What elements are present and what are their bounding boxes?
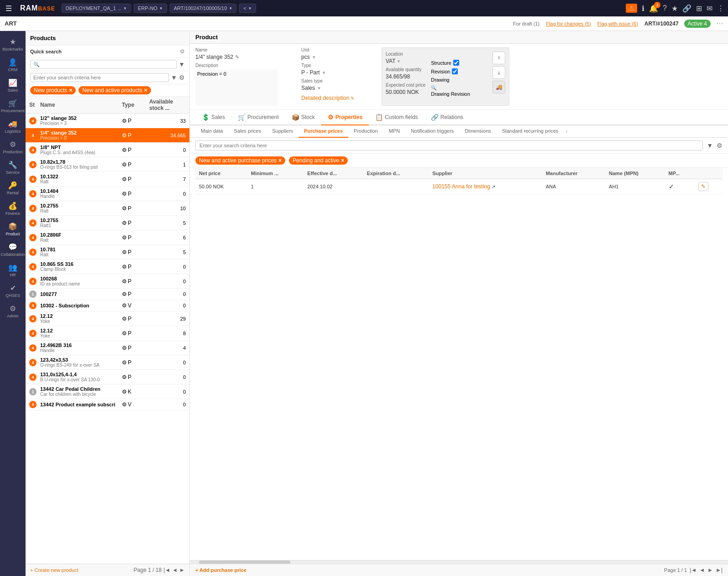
page-prev-button[interactable]: ◄ xyxy=(172,567,178,573)
sidebar-item-qhses[interactable]: ✔ QHSES xyxy=(0,281,26,301)
vat-dropdown-icon[interactable]: ▼ xyxy=(397,59,401,64)
list-item[interactable]: 4 100268 ID as product name ⚙ P 0 xyxy=(26,274,189,289)
sub-tab-purchase-prices[interactable]: Purchase prices xyxy=(299,125,348,138)
remove-new-active-pp-tag[interactable]: × xyxy=(278,157,282,164)
unit-dropdown-icon[interactable]: ▼ xyxy=(312,55,316,60)
grid-icon[interactable]: ⊞ xyxy=(696,4,702,13)
list-item[interactable]: 1 13442 Car Pedal Children Car for child… xyxy=(26,384,189,399)
list-item[interactable]: 4 10302 - Subscription ⚙ V 0 xyxy=(26,300,189,311)
tab-relations[interactable]: 🔗 Relations xyxy=(424,110,470,125)
th-supplier[interactable]: Supplier xyxy=(429,168,542,179)
bell-icon[interactable]: 🔔3 xyxy=(649,4,658,13)
tab-sales[interactable]: 💲 Sales xyxy=(195,110,231,125)
structure-checkbox[interactable] xyxy=(453,60,459,66)
quick-search-input[interactable] xyxy=(30,60,177,69)
th-mp[interactable]: MP... xyxy=(665,168,695,179)
sub-tab-mpn[interactable]: MPN xyxy=(383,125,405,138)
sub-tab-standard-recurring-prices[interactable]: Standard recurring prices xyxy=(497,125,564,138)
flag-issue-link[interactable]: Flag with issue (6) xyxy=(597,21,638,26)
sidebar-item-crm[interactable]: 👤 CRM xyxy=(0,55,26,75)
remove-new-active-tag[interactable]: × xyxy=(144,87,147,93)
revision-checkbox[interactable] xyxy=(452,68,458,74)
list-item[interactable]: 4 10.2755 Ratt1 ⚙ P 5 xyxy=(26,216,189,230)
purchase-prices-search-input[interactable] xyxy=(195,140,703,150)
purchase-prices-filter-button[interactable]: ▼ xyxy=(707,142,713,149)
sub-tab-suppliers[interactable]: Suppliers xyxy=(267,125,299,138)
th-expiration-d[interactable]: Expiration d... xyxy=(363,168,429,179)
table-first-page[interactable]: |◄ xyxy=(690,567,697,573)
list-item[interactable]: 4 1/2" slange 352 Precision = 3 ⚙ P 33 xyxy=(26,114,189,128)
flag-changes-link[interactable]: Flag for changes (5) xyxy=(546,21,591,26)
table-prev-page[interactable]: ◄ xyxy=(699,567,705,573)
edit-row-button[interactable]: ✎ xyxy=(698,182,708,191)
table-next-page[interactable]: ► xyxy=(707,567,713,573)
list-item[interactable]: 4 10.82x1,78 O-rings BS-013 for firing p… xyxy=(26,157,189,172)
list-item[interactable]: 4 10.2755 Ratt ⚙ P 10 xyxy=(26,201,189,216)
more-options-icon[interactable]: ⋯ xyxy=(716,19,723,28)
sub-tab-notification-triggers[interactable]: Notification triggers xyxy=(405,125,459,138)
list-item[interactable]: 4 10.1404 Handle ⚙ P 0 xyxy=(26,187,189,201)
sub-tab-production[interactable]: Production xyxy=(348,125,383,138)
more-dropdown[interactable]: < xyxy=(239,4,256,13)
sales-type-dropdown-icon[interactable]: ▼ xyxy=(317,86,321,91)
add-purchase-price-button[interactable]: + Add purchase price xyxy=(195,567,246,573)
remove-pending-active-tag[interactable]: × xyxy=(341,157,344,164)
sidebar-item-service[interactable]: 🔧 Service xyxy=(0,158,26,177)
tab-stock[interactable]: 📦 Stock xyxy=(285,110,321,125)
new-active-products-tag[interactable]: New and active products × xyxy=(79,86,151,94)
sidebar-item-sales[interactable]: 📈 Sales xyxy=(0,76,26,95)
deployment-dropdown[interactable]: DEPLOYMENT_QA_1 ... xyxy=(62,4,131,13)
sidebar-item-collaboration[interactable]: 💬 Collaboration xyxy=(0,240,26,259)
mail-icon[interactable]: ✉ xyxy=(707,4,712,13)
list-item[interactable]: 1 100277 ⚙ P 0 xyxy=(26,289,189,300)
page-first-button[interactable]: |◄ xyxy=(163,567,170,573)
name-edit-icon[interactable]: ✎ xyxy=(235,54,239,60)
sidebar-item-finance[interactable]: 💰 Finance xyxy=(0,199,26,218)
list-item[interactable]: 4 12.12 Yoke ⚙ P 29 xyxy=(26,311,189,326)
alert-icon[interactable]: ⚠ xyxy=(626,4,637,13)
sidebar-item-hr[interactable]: 👥 HR xyxy=(0,260,26,280)
sidebar-item-production[interactable]: ⚙ Production xyxy=(0,137,26,157)
detailed-description-link[interactable]: Detailed description ✎ xyxy=(301,95,354,101)
sub-tabs-more-button[interactable]: › xyxy=(564,125,569,137)
art-path-dropdown[interactable]: ART/100247/100005/10 xyxy=(170,4,237,13)
hamburger-menu-icon[interactable]: ☰ xyxy=(4,2,14,15)
list-item[interactable]: 4 123,42x3,53 O-rings BS-249 for x-over … xyxy=(26,355,189,370)
sidebar-item-product[interactable]: 📦 Product xyxy=(0,219,26,239)
filter-icon[interactable]: ▼ xyxy=(178,61,185,68)
description-input[interactable]: Precision = 0 xyxy=(195,69,278,106)
sub-tab-sales-prices[interactable]: Sales prices xyxy=(228,125,267,138)
list-item[interactable]: 4 12.12 Yoke ⚙ P 8 xyxy=(26,326,189,341)
th-net-price[interactable]: Net price xyxy=(195,168,247,179)
list-item[interactable]: 4 131,0x125,4-1,4 B.U-rings for x-over S… xyxy=(26,370,189,384)
truck-button[interactable]: 🚚 xyxy=(492,81,505,93)
list-item[interactable]: 4 10.1322 Ratt ⚙ P 7 xyxy=(26,172,189,187)
sidebar-item-logistics[interactable]: 🚚 Logistics xyxy=(0,117,26,136)
list-item[interactable]: 4 10.2806F Ratt ⚙ P 6 xyxy=(26,230,189,245)
list-item[interactable]: 4 10.781 Ratt ⚙ P 5 xyxy=(26,245,189,259)
pending-active-tag[interactable]: Pending and active × xyxy=(289,156,348,165)
tab-procurement[interactable]: 🛒 Procurement xyxy=(231,110,285,125)
download-button[interactable]: ↓ xyxy=(492,66,505,79)
erp-dropdown[interactable]: ERP-NO xyxy=(134,4,167,13)
list-item[interactable]: 4 12.4962B 316 Handle ⚙ P 4 xyxy=(26,341,189,355)
criteria-gear-button[interactable]: ⚙ xyxy=(179,74,185,81)
more-icon[interactable]: ⋮ xyxy=(717,4,724,13)
purchase-prices-settings-button[interactable]: ⚙ xyxy=(717,142,723,149)
criteria-search-input[interactable] xyxy=(30,73,169,82)
draft-info[interactable]: For draft (1) xyxy=(513,21,539,26)
tab-custom-fields[interactable]: 📋 Custom fields xyxy=(369,110,424,125)
sub-tab-main-data[interactable]: Main data xyxy=(195,125,228,138)
table-last-page[interactable]: ►| xyxy=(716,567,723,573)
list-item[interactable]: 4 10.865 SS 316 Clamp Block ⚙ P 0 xyxy=(26,259,189,274)
info-icon[interactable]: ℹ xyxy=(642,4,644,13)
new-active-purchase-prices-tag[interactable]: New and active purchase prices × xyxy=(195,156,285,165)
upload-button[interactable]: ↑ xyxy=(492,52,505,64)
list-item[interactable]: 4 1/8" NPT Plugs C.S. and A4SS (4ea) ⚙ P… xyxy=(26,143,189,157)
list-item[interactable]: 4 1/4" slange 352 Precision = 0 ⚙ P 34.6… xyxy=(26,128,189,143)
sidebar-item-bookmarks[interactable]: ★ Bookmarks xyxy=(0,35,26,54)
star-icon[interactable]: ★ xyxy=(671,4,678,13)
link-icon[interactable]: 🔗 xyxy=(682,4,691,13)
criteria-filter-button[interactable]: ▼ xyxy=(171,74,177,81)
horizontal-scrollbar[interactable] xyxy=(190,560,728,564)
